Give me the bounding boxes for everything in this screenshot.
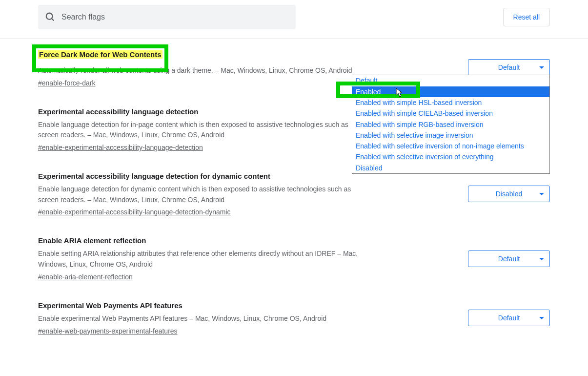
dropdown-option[interactable]: Enabled with simple CIELAB-based inversi… xyxy=(352,108,549,119)
dropdown-menu: Default Enabled Enabled with simple HSL-… xyxy=(352,75,550,174)
flag-description: Enable setting ARIA relationship attribu… xyxy=(38,249,360,270)
search-icon xyxy=(45,12,56,22)
flag-text: Experimental accessibility language dete… xyxy=(38,107,360,151)
flag-item: Experimental accessibility language dete… xyxy=(38,172,550,216)
dropdown-option[interactable]: Enabled with selective image inversion xyxy=(352,130,549,141)
svg-line-1 xyxy=(52,19,54,21)
flag-control: Disabled xyxy=(458,186,550,202)
flag-item: Experimental Web Payments API features E… xyxy=(38,301,550,335)
dropdown-option[interactable]: Enabled with simple RGB-based inversion xyxy=(352,119,549,130)
flag-hash-link[interactable]: #enable-force-dark xyxy=(38,79,96,87)
select-value: Disabled xyxy=(496,190,522,198)
flag-hash-link[interactable]: #enable-aria-element-reflection xyxy=(38,273,133,281)
dropdown-option[interactable]: Enabled with simple HSL-based inversion xyxy=(352,97,549,108)
select-value: Default xyxy=(498,314,520,322)
dropdown-option[interactable]: Enabled with selective inversion of ever… xyxy=(352,151,549,162)
flag-description: Enable experimental Web Payments API fea… xyxy=(38,313,360,324)
flag-hash-link[interactable]: #enable-experimental-accessibility-langu… xyxy=(38,144,203,151)
flag-select[interactable]: Default xyxy=(468,59,550,76)
flag-title: Experimental Web Payments API features xyxy=(38,301,360,310)
dropdown-option[interactable]: Disabled xyxy=(352,163,549,173)
flag-text: Experimental accessibility language dete… xyxy=(38,172,360,216)
header: Reset all xyxy=(0,0,588,39)
flag-description: Enable language detection for dynamic co… xyxy=(38,184,360,205)
flag-item: Enable ARIA element reflection Enable se… xyxy=(38,236,550,280)
svg-point-0 xyxy=(46,13,53,20)
select-value: Default xyxy=(498,63,520,71)
flag-item: Force Dark Mode for Web Contents Force D… xyxy=(38,48,550,87)
flag-select[interactable]: Default xyxy=(468,251,550,267)
flag-hash-link[interactable]: #enable-web-payments-experimental-featur… xyxy=(38,327,178,335)
flag-control: Default Default Enabled Enabled with sim… xyxy=(458,59,550,76)
search-input[interactable] xyxy=(38,5,296,29)
search-container xyxy=(38,5,296,29)
flag-description: Enable language detection for in-page co… xyxy=(38,120,360,141)
flag-hash-link[interactable]: #enable-experimental-accessibility-langu… xyxy=(38,208,231,216)
select-value: Default xyxy=(498,255,520,263)
chevron-down-icon xyxy=(539,256,545,262)
chevron-down-icon xyxy=(539,191,545,197)
flag-title: Enable ARIA element reflection xyxy=(38,236,360,245)
flags-content: Force Dark Mode for Web Contents Force D… xyxy=(0,39,588,365)
reset-all-button[interactable]: Reset all xyxy=(503,8,550,26)
flag-select[interactable]: Disabled xyxy=(468,186,550,202)
flag-control: Default xyxy=(458,251,550,267)
flag-select[interactable]: Default xyxy=(468,310,550,326)
dropdown-wrapper: Default Default Enabled Enabled with sim… xyxy=(468,59,550,76)
annotation-highlight-box: Force Dark Mode for Web Contents xyxy=(32,44,168,72)
flag-control: Default xyxy=(458,310,550,326)
cursor-icon xyxy=(396,88,404,98)
dropdown-option[interactable]: Enabled with selective inversion of non-… xyxy=(352,141,549,151)
flag-title: Experimental accessibility language dete… xyxy=(38,107,360,116)
flag-text: Experimental Web Payments API features E… xyxy=(38,301,360,335)
chevron-down-icon xyxy=(539,315,545,321)
flag-text: Enable ARIA element reflection Enable se… xyxy=(38,236,360,280)
dropdown-option[interactable]: Default xyxy=(352,75,549,86)
flag-title-highlighted: Force Dark Mode for Web Contents xyxy=(38,50,162,59)
chevron-down-icon xyxy=(539,64,545,70)
flag-title: Experimental accessibility language dete… xyxy=(38,172,360,180)
dropdown-option[interactable]: Enabled xyxy=(352,86,549,97)
